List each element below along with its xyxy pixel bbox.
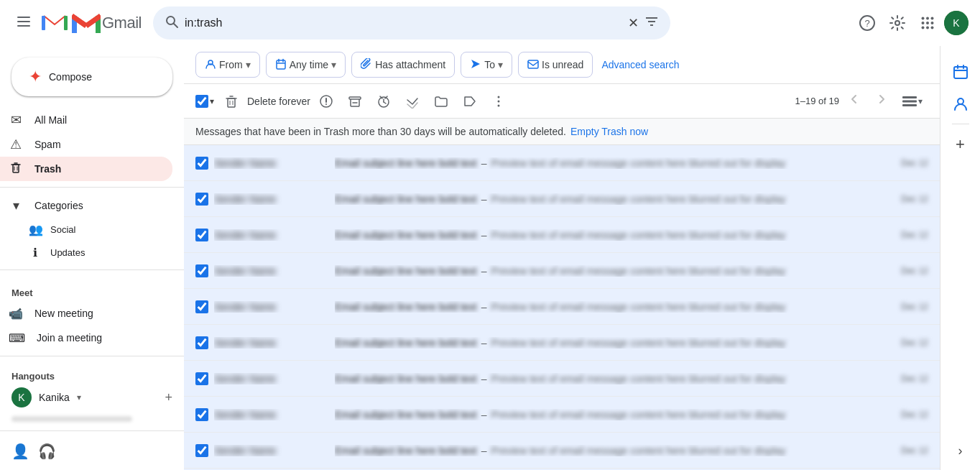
svg-text:?: ? [864, 18, 869, 29]
menu-button[interactable] [11, 9, 36, 37]
email-sender: Sender Name [214, 373, 329, 384]
sidebar: ✦ Compose ✉ All Mail ⚠ Spam Trash ▾ Cate… [0, 46, 184, 470]
topbar-right: ? K [854, 9, 969, 37]
sidebar-item-social[interactable]: 👥 Social [0, 218, 172, 241]
empty-trash-link[interactable]: Empty Trash now [570, 126, 648, 137]
prev-page-button[interactable] [842, 87, 866, 115]
allmail-icon: ✉ [9, 112, 23, 128]
trash-icon [9, 161, 23, 178]
email-row-checkbox[interactable] [195, 264, 208, 277]
unread-filter-chip[interactable]: Is unread [518, 52, 593, 78]
trash-banner-message: Messages that have been in Trash more th… [195, 126, 566, 137]
select-dropdown-button[interactable]: ▾ [208, 95, 216, 108]
label-button[interactable] [457, 88, 483, 114]
email-row[interactable]: Sender NameEmail subject line here bold … [184, 397, 940, 433]
email-row-checkbox[interactable] [195, 336, 208, 349]
email-row-checkbox[interactable] [195, 444, 208, 457]
email-row[interactable]: Sender NameEmail subject line here bold … [184, 325, 940, 361]
svg-rect-55 [349, 97, 361, 99]
gmail-logo-svg [72, 13, 101, 33]
sidebar-contacts-button[interactable]: 👤 [11, 443, 29, 460]
contacts-panel-button[interactable] [946, 89, 975, 118]
svg-rect-67 [902, 104, 917, 106]
snooze-button[interactable] [371, 88, 397, 114]
meet-section: Meet 📹 New meeting ⌨ Join a meeting [0, 276, 184, 350]
email-row-checkbox[interactable] [195, 372, 208, 385]
email-row-checkbox[interactable] [195, 300, 208, 313]
email-date: Dec 12 [901, 266, 928, 276]
attachment-filter-chip[interactable]: Has attachment [351, 52, 455, 78]
email-sender: Sender Name [214, 193, 329, 205]
compose-button[interactable]: ✦ Compose [11, 57, 172, 96]
sidebar-item-allmail[interactable]: ✉ All Mail [0, 108, 172, 132]
right-sidebar-add-button[interactable]: + [946, 130, 975, 159]
email-toolbar: ▾ Delete forever [184, 84, 940, 119]
email-date: Dec 12 [901, 302, 928, 312]
email-row-checkbox[interactable] [195, 157, 208, 170]
sidebar-item-trash[interactable]: Trash [0, 157, 172, 181]
from-filter-chip[interactable]: From ▾ [195, 52, 260, 78]
to-filter-chip[interactable]: To ▾ [461, 52, 512, 78]
email-row[interactable]: Sender NameEmail subject line here bold … [184, 217, 940, 253]
svg-rect-41 [277, 60, 285, 69]
hangouts-user[interactable]: K Kanika ▾ + [0, 384, 184, 410]
view-options-button[interactable]: ▾ [897, 92, 928, 111]
anytime-filter-chip[interactable]: Any time ▾ [266, 52, 346, 78]
email-preview: Preview text of email message content he… [491, 445, 895, 456]
right-sidebar-chevron[interactable]: › [958, 443, 963, 459]
email-sender: Sender Name [214, 157, 329, 169]
new-meeting-icon: 📹 [9, 307, 23, 321]
search-clear-button[interactable]: ✕ [628, 15, 639, 31]
sidebar-new-meeting[interactable]: 📹 New meeting [0, 301, 172, 326]
calendar-panel-button[interactable] [946, 57, 975, 86]
sidebar-categories[interactable]: ▾ Categories [0, 193, 172, 218]
next-page-button[interactable] [869, 87, 894, 115]
sidebar-join-meeting[interactable]: ⌨ Join a meeting [0, 326, 172, 350]
apps-button[interactable] [914, 9, 941, 37]
email-row-checkbox[interactable] [195, 193, 208, 206]
email-row-checkbox[interactable] [195, 229, 208, 241]
email-sender: Sender Name [214, 445, 329, 456]
email-rows-container: Sender NameEmail subject line here bold … [184, 145, 940, 470]
email-row[interactable]: Sender NameEmail subject line here bold … [184, 433, 940, 469]
meet-label: Meet [0, 282, 184, 301]
pagination-info: 1–19 of 19 [795, 96, 839, 106]
email-row[interactable]: Sender NameEmail subject line here bold … [184, 289, 940, 325]
email-preview: Preview text of email message content he… [491, 409, 895, 420]
svg-point-25 [926, 17, 929, 20]
email-sender: Sender Name [214, 301, 329, 313]
svg-rect-2 [17, 25, 30, 27]
advanced-search-link[interactable]: Advanced search [601, 59, 679, 70]
hangouts-add-button[interactable]: + [165, 390, 172, 405]
mark-read-button[interactable] [399, 88, 425, 114]
categories-arrow-icon: ▾ [9, 198, 23, 213]
sidebar-item-spam[interactable]: ⚠ Spam [0, 132, 172, 157]
hangouts-title: Hangouts [0, 368, 184, 384]
more-options-button[interactable] [486, 88, 512, 114]
email-row[interactable]: Sender NameEmail subject line here bold … [184, 145, 940, 181]
sidebar-categories-label: Categories [34, 200, 83, 211]
delete-forever-button[interactable] [218, 88, 244, 114]
hangouts-preview [0, 410, 184, 425]
help-button[interactable]: ? [854, 9, 881, 37]
svg-point-63 [497, 100, 499, 102]
email-row-checkbox[interactable] [195, 408, 208, 421]
join-meeting-icon: ⌨ [9, 331, 25, 345]
archive-button[interactable] [342, 88, 368, 114]
hangouts-section: Hangouts K Kanika ▾ + [0, 362, 184, 425]
select-all-checkbox[interactable] [195, 95, 208, 108]
sidebar-item-updates[interactable]: ℹ Updates [0, 241, 172, 264]
move-to-folder-button[interactable] [428, 88, 454, 114]
spam-icon: ⚠ [9, 137, 23, 152]
sidebar-emoji-button[interactable]: 🎧 [38, 443, 56, 460]
email-row[interactable]: Sender NameEmail subject line here bold … [184, 181, 940, 217]
email-row[interactable]: Sender NameEmail subject line here bold … [184, 361, 940, 397]
report-button[interactable] [313, 88, 339, 114]
settings-button[interactable] [884, 9, 911, 37]
svg-rect-0 [17, 17, 30, 18]
user-avatar[interactable]: K [944, 11, 969, 35]
search-filter-button[interactable] [644, 14, 659, 32]
compose-plus-icon: ✦ [29, 69, 42, 85]
email-row[interactable]: Sender NameEmail subject line here bold … [184, 253, 940, 289]
search-input[interactable] [185, 17, 622, 29]
